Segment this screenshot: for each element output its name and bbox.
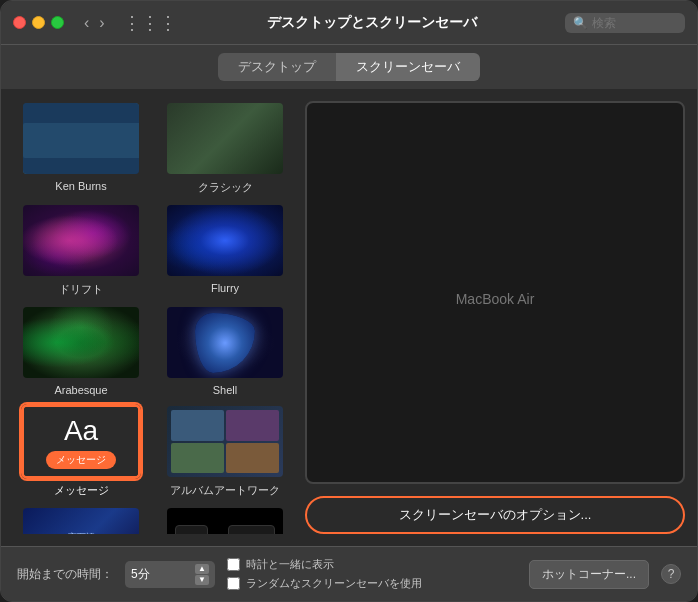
search-input[interactable]: [592, 16, 672, 30]
close-button[interactable]: [13, 16, 26, 29]
preview-panel: MacBook Air スクリーンセーバのオプション...: [305, 101, 685, 534]
screensaver-label: Shell: [213, 384, 237, 396]
minimize-button[interactable]: [32, 16, 45, 29]
search-bar: 🔍: [565, 13, 685, 33]
list-item[interactable]: Ken Burns: [13, 101, 149, 195]
list-item[interactable]: ドリフト: [13, 203, 149, 297]
clock-label: 時計と一緒に表示: [246, 557, 334, 572]
screensaver-label: Ken Burns: [55, 180, 106, 192]
screensaver-thumbnail: 9 : 00: [165, 506, 285, 534]
screensaver-label: ドリフト: [59, 282, 103, 297]
screensaver-thumbnail: Aa メッセージ: [21, 404, 141, 479]
titlebar: ‹ › ⋮⋮⋮ デスクトップとスクリーンセーバ 🔍: [1, 1, 697, 45]
checkboxes: 時計と一緒に表示 ランダムなスクリーンセーバを使用: [227, 557, 517, 591]
forward-button[interactable]: ›: [95, 13, 108, 33]
iching-text: 言万語陋より: [68, 531, 95, 534]
flip-colon: :: [212, 530, 224, 535]
nav-arrows: ‹ ›: [80, 13, 109, 33]
screensaver-label: Arabesque: [54, 384, 107, 396]
tabs-row: デスクトップ スクリーンセーバ: [1, 45, 697, 81]
traffic-lights: [13, 16, 64, 29]
screensaver-thumbnail: [165, 203, 285, 278]
list-item[interactable]: Flurry: [157, 203, 293, 297]
list-item[interactable]: Shell: [157, 305, 293, 396]
time-stepper: ▲ ▼: [195, 564, 209, 585]
screensaver-thumbnail: 言万語陋より: [21, 506, 141, 534]
screensaver-thumbnail: [21, 305, 141, 380]
screensaver-thumbnail: [165, 101, 285, 176]
bottom-bar: 開始までの時間： 1分 2分 5分 10分 20分 1時間 開始しない ▲ ▼ …: [1, 546, 697, 601]
screensaver-list: Ken Burns クラシック ドリフト: [13, 101, 293, 534]
help-button[interactable]: ?: [661, 564, 681, 584]
random-checkbox[interactable]: [227, 577, 240, 590]
screensaver-thumbnail: [21, 203, 141, 278]
clock-checkbox-row: 時計と一緒に表示: [227, 557, 517, 572]
screensaver-label: クラシック: [198, 180, 253, 195]
screensaver-label: アルバムアートワーク: [170, 483, 280, 498]
time-select-wrapper: 1分 2分 5分 10分 20分 1時間 開始しない ▲ ▼: [125, 561, 215, 588]
tab-desktop[interactable]: デスクトップ: [218, 53, 336, 81]
device-name: MacBook Air: [456, 291, 535, 307]
list-item[interactable]: Aa メッセージ メッセージ: [13, 404, 149, 498]
main-content: Ken Burns クラシック ドリフト: [1, 89, 697, 546]
start-time-label: 開始までの時間：: [17, 566, 113, 583]
screensaver-thumbnail: [21, 101, 141, 176]
tab-screensaver[interactable]: スクリーンセーバ: [336, 53, 480, 81]
window-title: デスクトップとスクリーンセーバ: [187, 14, 557, 32]
random-checkbox-row: ランダムなスクリーンセーバを使用: [227, 576, 517, 591]
clock-checkbox[interactable]: [227, 558, 240, 571]
options-button[interactable]: スクリーンセーバのオプション...: [305, 496, 685, 534]
list-item[interactable]: 9 : 00 Fliqlo: [157, 506, 293, 534]
hot-corners-button[interactable]: ホットコーナー...: [529, 560, 649, 589]
screensaver-label: Flurry: [211, 282, 239, 294]
random-label: ランダムなスクリーンセーバを使用: [246, 576, 422, 591]
list-item[interactable]: 言万語陋より 今日の一言: [13, 506, 149, 534]
list-item[interactable]: クラシック: [157, 101, 293, 195]
list-item[interactable]: アルバムアートワーク: [157, 404, 293, 498]
time-select[interactable]: 1分 2分 5分 10分 20分 1時間 開始しない: [131, 567, 191, 581]
screensaver-label: メッセージ: [54, 483, 109, 498]
list-item[interactable]: Arabesque: [13, 305, 149, 396]
grid-view-button[interactable]: ⋮⋮⋮: [121, 10, 179, 36]
flip-hour: 9: [175, 525, 207, 535]
maximize-button[interactable]: [51, 16, 64, 29]
preview-screen: MacBook Air: [305, 101, 685, 484]
stepper-down[interactable]: ▼: [195, 575, 209, 585]
flip-minute: 00: [228, 525, 275, 535]
main-window: ‹ › ⋮⋮⋮ デスクトップとスクリーンセーバ 🔍 デスクトップ スクリーンセー…: [0, 0, 698, 602]
search-icon: 🔍: [573, 16, 588, 30]
message-aa-text: Aa: [64, 415, 98, 447]
screensaver-thumbnail: [165, 404, 285, 479]
message-badge: メッセージ: [46, 451, 116, 469]
screensaver-thumbnail: [165, 305, 285, 380]
stepper-up[interactable]: ▲: [195, 564, 209, 574]
back-button[interactable]: ‹: [80, 13, 93, 33]
